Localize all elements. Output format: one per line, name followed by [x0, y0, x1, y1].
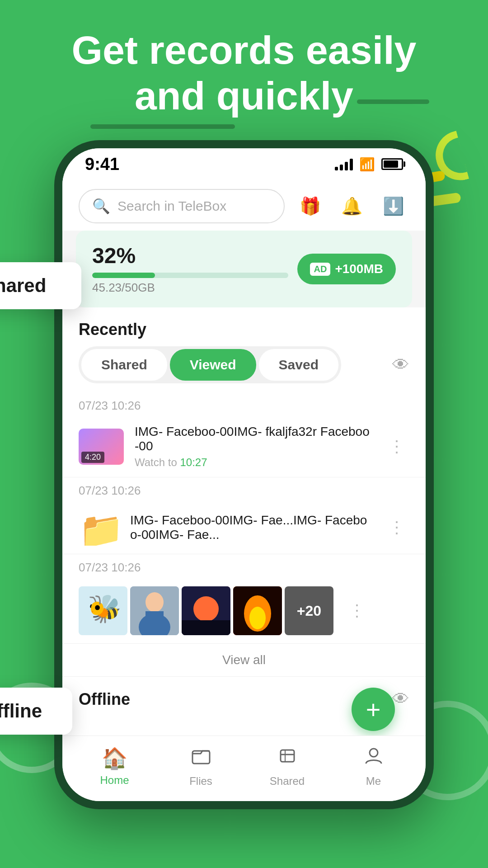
deco-line-2 [90, 124, 235, 129]
view-all-label: View all [222, 653, 266, 667]
svg-point-9 [249, 607, 266, 629]
ad-badge: AD [310, 263, 330, 276]
bar2 [340, 165, 343, 170]
folder-icon: 📁 [79, 510, 119, 546]
battery-icon [381, 158, 403, 170]
storage-percent: 32% [92, 243, 288, 268]
folder-thumbnail: 📁 [79, 509, 119, 546]
hero-text: Get records easily and quickly [0, 27, 488, 118]
storage-info: 32% 45.23/50GB [92, 243, 288, 295]
image-cell-1[interactable] [79, 586, 127, 635]
storage-card: 32% 45.23/50GB AD +100MB [76, 231, 412, 307]
shared-icon [277, 745, 298, 771]
file-name-folder: IMG- Faceboo-00IMG- Fae...IMG- Faceboo-0… [130, 513, 373, 542]
recently-header: Recently [62, 307, 426, 346]
image-cell-2[interactable] [130, 586, 179, 635]
video-thumbnail: 4:20 [79, 429, 124, 465]
signal-bars-icon [335, 158, 353, 170]
svg-point-5 [193, 596, 219, 622]
nav-me[interactable]: Me [330, 745, 417, 792]
phone-screen: 9:41 📶 🔍 Search in TeleBo [62, 148, 426, 801]
recently-title: Recently [79, 320, 146, 339]
status-time: 9:41 [85, 155, 119, 174]
me-icon [363, 745, 384, 771]
app-scroll-area[interactable]: 🔍 Search in TeleBox 🎁 🔔 ⬇️ 32% 45.23/50G… [62, 180, 426, 736]
more-btn-images[interactable]: ⋮ [344, 597, 370, 625]
file-item-images[interactable]: +20 ⋮ [62, 578, 426, 644]
shared-tooltip: Shared [0, 262, 81, 309]
shared-tooltip-label: Shared [0, 275, 63, 297]
image-cell-more[interactable]: +20 [285, 586, 333, 635]
search-placeholder: Search in TeleBox [117, 198, 226, 214]
tab-viewed[interactable]: Viewed [170, 349, 256, 381]
file-list: 07/23 10:26 4:20 IMG- Faceboo-00IMG- fka… [62, 392, 426, 736]
file-info-folder: IMG- Faceboo-00IMG- Fae...IMG- Faceboo-0… [130, 513, 373, 542]
phone-frame: 9:41 📶 🔍 Search in TeleBo [54, 140, 434, 809]
file-item-folder[interactable]: 📁 IMG- Faceboo-00IMG- Fae...IMG- Faceboo… [62, 501, 426, 554]
date-label-3: 07/23 10:26 [62, 554, 426, 578]
image-grid: +20 [79, 586, 333, 635]
storage-size: 45.23/50GB [92, 281, 288, 295]
search-icon: 🔍 [92, 198, 110, 215]
file-sub-video: Watch to 10:27 [135, 456, 373, 469]
search-box[interactable]: 🔍 Search in TeleBox [79, 189, 285, 223]
file-info-video: IMG- Faceboo-00IMG- fkaljfa32r Faceboo-0… [135, 425, 373, 469]
status-bar: 9:41 📶 [62, 148, 426, 180]
flies-icon [191, 745, 211, 771]
nav-home[interactable]: 🏠 Home [71, 746, 158, 791]
date-label-1: 07/23 10:26 [62, 392, 426, 416]
offline-tooltip-label: Offline [0, 700, 54, 722]
offline-eye-icon[interactable]: 👁 [392, 689, 409, 709]
nav-shared[interactable]: Shared [244, 745, 330, 792]
search-area: 🔍 Search in TeleBox 🎁 🔔 ⬇️ [62, 180, 426, 231]
storage-bar-fill [92, 273, 155, 278]
svg-rect-11 [281, 750, 294, 762]
home-icon: 🏠 [102, 746, 127, 770]
bottom-nav: 🏠 Home Flies [62, 736, 426, 801]
status-icons: 📶 [335, 157, 403, 172]
nav-shared-label: Shared [270, 775, 305, 788]
bell-icon-btn[interactable]: 🔔 [335, 190, 368, 222]
tab-group: Shared Viewed Saved [79, 346, 341, 383]
svg-rect-3 [145, 611, 164, 629]
ad-button[interactable]: AD +100MB [297, 254, 396, 284]
download-icon-btn[interactable]: ⬇️ [377, 190, 409, 222]
eye-icon-btn[interactable]: 👁 [392, 355, 409, 375]
nav-me-label: Me [366, 775, 381, 788]
more-btn-video[interactable]: ⋮ [384, 433, 409, 461]
date-label-2: 07/23 10:26 [62, 477, 426, 501]
nav-flies[interactable]: Flies [158, 745, 244, 792]
tab-saved[interactable]: Saved [259, 349, 338, 381]
svg-rect-6 [182, 620, 230, 635]
ad-label: +100MB [335, 262, 383, 276]
video-duration: 4:20 [81, 452, 104, 463]
gift-icon-btn[interactable]: 🎁 [294, 190, 326, 222]
deco-line-1 [357, 99, 429, 104]
image-cell-3[interactable] [182, 586, 230, 635]
tab-shared[interactable]: Shared [81, 349, 167, 381]
hero-line1: Get records easily [27, 27, 461, 73]
hero-line2: and quickly [27, 73, 461, 118]
file-sub-time: 10:27 [180, 456, 207, 468]
wifi-icon: 📶 [359, 157, 375, 172]
offline-title: Offline [79, 690, 130, 709]
offline-tooltip: Offline [0, 688, 72, 735]
file-name-video: IMG- Faceboo-00IMG- fkaljfa32r Faceboo-0… [135, 425, 373, 453]
view-all-row[interactable]: View all [62, 644, 426, 677]
bar1 [335, 167, 338, 170]
bar3 [345, 162, 348, 170]
tabs-area: Shared Viewed Saved 👁 [62, 346, 426, 392]
more-btn-folder[interactable]: ⋮ [384, 514, 409, 542]
image-cell-4[interactable] [233, 586, 282, 635]
file-item-video[interactable]: 4:20 IMG- Faceboo-00IMG- fkaljfa32r Face… [62, 416, 426, 477]
nav-home-label: Home [100, 774, 129, 787]
bar4 [350, 159, 353, 170]
svg-point-1 [145, 592, 164, 612]
storage-bar-wrap [92, 273, 288, 278]
battery-fill [384, 160, 398, 168]
nav-flies-label: Flies [189, 775, 212, 788]
svg-point-12 [370, 749, 378, 757]
fab-add-button[interactable]: + [352, 688, 395, 731]
